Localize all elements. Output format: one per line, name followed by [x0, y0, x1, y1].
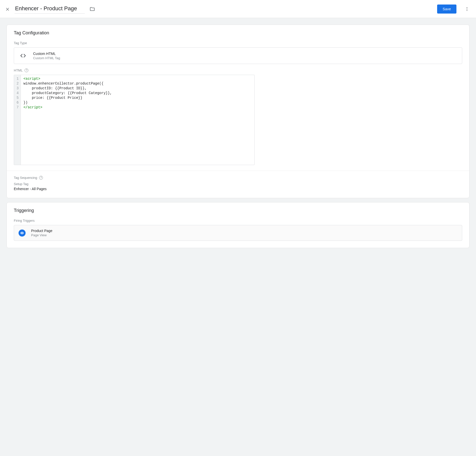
html-label: HTML	[14, 68, 23, 72]
tag-type-card[interactable]: Custom HTML Custom HTML Tag	[14, 47, 462, 64]
divider	[7, 171, 469, 171]
html-code-editor[interactable]: 1 2 3 4 5 6 7 <script> window.enhencerCo…	[14, 75, 255, 165]
save-button[interactable]: Save	[437, 5, 456, 14]
code-gutter: 1 2 3 4 5 6 7	[14, 75, 21, 165]
svg-point-0	[467, 7, 467, 8]
topbar: Save	[0, 0, 476, 18]
firing-triggers-label: Firing Triggers	[14, 219, 462, 222]
close-icon[interactable]	[5, 6, 11, 12]
code-brackets-icon	[19, 51, 28, 60]
help-icon[interactable]: ?	[39, 176, 43, 180]
tag-configuration-panel: Tag Configuration Tag Type Custom HTML C…	[7, 25, 469, 198]
tag-name-input[interactable]	[15, 4, 85, 14]
triggering-panel: Triggering Firing Triggers Product Page …	[7, 202, 469, 248]
help-icon[interactable]: ?	[25, 68, 28, 72]
trigger-card[interactable]: Product Page Page View	[14, 225, 462, 241]
triggering-title: Triggering	[14, 208, 462, 213]
folder-icon[interactable]	[89, 6, 95, 12]
tag-type-label: Tag Type	[14, 41, 462, 45]
tag-sequencing-label: Tag Sequencing	[14, 176, 37, 180]
svg-point-2	[467, 10, 467, 11]
more-menu-icon[interactable]	[462, 5, 471, 14]
setup-tag-label: Setup Tag	[14, 182, 462, 186]
tag-type-name: Custom HTML	[33, 52, 60, 56]
trigger-name: Product Page	[31, 229, 52, 233]
pageview-eye-icon	[19, 230, 26, 237]
tag-configuration-title: Tag Configuration	[14, 30, 462, 36]
tag-type-subtitle: Custom HTML Tag	[33, 56, 60, 60]
code-body[interactable]: <script> window.enhencerCollector.produc…	[21, 75, 254, 165]
trigger-type: Page View	[31, 233, 52, 237]
setup-tag-value: Enhencer - All Pages	[14, 187, 462, 191]
svg-point-1	[467, 9, 467, 9]
